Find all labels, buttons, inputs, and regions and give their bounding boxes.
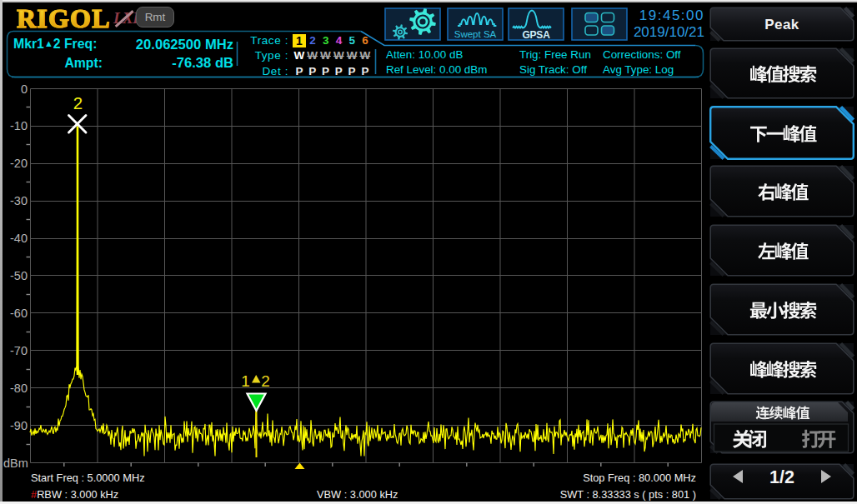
svg-text:2: 2 (261, 372, 270, 390)
svg-text:2: 2 (73, 93, 83, 112)
svg-text:dBm: dBm (3, 457, 28, 470)
svg-text:-40: -40 (10, 232, 28, 245)
svg-text:-50: -50 (10, 269, 28, 282)
svg-text:-30: -30 (10, 194, 28, 207)
svg-text:1: 1 (241, 372, 250, 390)
svg-text:-20: -20 (10, 157, 28, 170)
svg-text:-10: -10 (10, 119, 28, 132)
svg-text:0: 0 (21, 82, 28, 96)
svg-text:-90: -90 (10, 419, 28, 432)
svg-text:-70: -70 (10, 344, 28, 357)
svg-text:1/2: 1/2 (769, 467, 794, 487)
svg-text:-80: -80 (10, 382, 28, 395)
svg-text:-60: -60 (10, 307, 28, 320)
svg-text:Peak: Peak (764, 17, 799, 32)
